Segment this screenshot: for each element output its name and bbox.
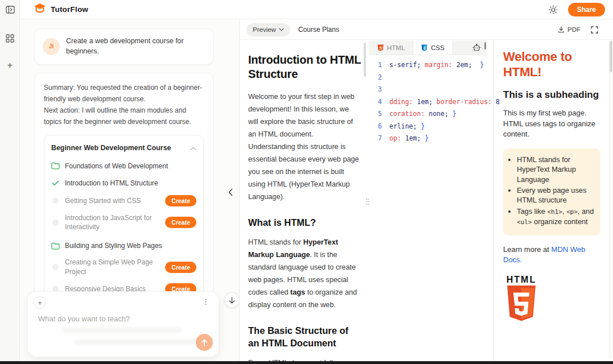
preview-paragraph: This is my first web page. HTML uses tag… xyxy=(503,108,600,139)
lesson-document: Introduction to HTML Structure Welcome t… xyxy=(240,40,368,361)
preview-note-box: HTML stands for HyperText Markup Languag… xyxy=(503,148,600,235)
outline-lesson-row[interactable]: Introduction to JavaScript for Interacti… xyxy=(51,213,196,231)
chat-panel: JI Create a web development course for b… xyxy=(20,20,239,361)
code-line: 5coration: none; } xyxy=(369,108,487,121)
outline-lesson-row[interactable]: Creating a Simple Web Page Project Creat… xyxy=(51,258,196,276)
code-line: 6erline; } xyxy=(369,121,487,133)
window-scrollbar[interactable] xyxy=(609,40,613,358)
tab-css[interactable]: 3 CSS xyxy=(413,40,453,55)
code-line: 1s-serif; margin: 2em; } xyxy=(369,59,487,72)
user-message-text: Create a web development course for begi… xyxy=(66,36,205,57)
next-action-line: Next action: I will outline the main mod… xyxy=(44,105,204,127)
html5-file-icon: 5 xyxy=(377,44,384,51)
summary-line: Summary: You requested the creation of a… xyxy=(44,82,204,105)
html5-logo-word: HTML xyxy=(503,275,540,285)
send-button[interactable] xyxy=(196,334,213,351)
outline-module-row[interactable]: Building and Styling Web Pages xyxy=(51,241,196,251)
tab-html[interactable]: 5 HTML xyxy=(369,40,413,55)
preview-learn-more: Learn more at MDN Web Docs. xyxy=(503,245,600,266)
course-outline-title: Beginner Web Development Course xyxy=(51,144,171,152)
brand: TutorFlow xyxy=(34,3,88,16)
ghost-line xyxy=(62,328,182,333)
code-line: 2 xyxy=(369,72,487,84)
code-line: 3 xyxy=(369,84,487,96)
fullscreen-icon[interactable] xyxy=(589,24,600,36)
lesson-paragraph: HTML stands for HyperText Markup Languag… xyxy=(248,236,361,311)
module-label: Foundations of Web Development xyxy=(65,162,196,171)
download-pdf-button[interactable]: PDF xyxy=(558,26,581,33)
dashboard-icon[interactable] xyxy=(0,28,20,48)
pending-dot-icon xyxy=(51,263,60,271)
chevron-up-icon xyxy=(190,143,196,153)
preview-subheading: This is a subheading xyxy=(503,89,600,101)
lesson-label: Introduction to HTML Structure xyxy=(65,179,196,188)
app-title: TutorFlow xyxy=(51,5,88,14)
icon-rail: + xyxy=(0,0,20,361)
outline-lesson-row[interactable]: Getting Started with CSS Create xyxy=(51,195,196,206)
create-lesson-button[interactable]: Create xyxy=(165,217,196,228)
preview-bullet: Tags like <h1>, <p>, and <ul> organize c… xyxy=(517,206,595,227)
sidebar-toggle-icon[interactable] xyxy=(0,0,20,19)
chevron-down-icon xyxy=(279,28,284,31)
top-bar: TutorFlow Share xyxy=(20,0,613,19)
pending-dot-icon xyxy=(51,218,60,227)
workspace-panes: Introduction to HTML Structure Welcome t… xyxy=(240,40,613,361)
lesson-label: Creating a Simple Web Page Project xyxy=(65,258,160,276)
folder-icon xyxy=(51,242,60,250)
create-lesson-button[interactable]: Create xyxy=(165,262,196,273)
preview-bullet: HTML stands for HyperText Markup Languag… xyxy=(517,155,595,184)
code-line: 7op: 1em; } xyxy=(369,133,487,145)
editor-scrollbar[interactable] xyxy=(484,42,486,49)
prompt-input[interactable] xyxy=(38,315,198,323)
create-lesson-button[interactable]: Create xyxy=(165,195,196,206)
editor-content[interactable]: 1s-serif; margin: 2em; } 2 3 4dding: 1em… xyxy=(369,55,487,145)
theme-toggle-icon[interactable] xyxy=(546,3,560,16)
user-message-card: JI Create a web development course for b… xyxy=(34,28,213,65)
collapse-panel-icon[interactable] xyxy=(227,187,234,199)
share-button[interactable]: Share xyxy=(568,3,605,16)
lesson-paragraph: Every HTML document follows a specific s… xyxy=(248,357,361,361)
view-mode-dropdown[interactable]: Preview xyxy=(246,23,290,36)
lesson-heading: The Basic Structure of an HTML Document xyxy=(248,325,361,349)
lesson-paragraph: Welcome to your first step in web develo… xyxy=(248,90,361,203)
check-icon xyxy=(51,179,60,187)
attach-button[interactable]: + xyxy=(34,296,46,309)
document-scrollbar[interactable] xyxy=(364,43,366,77)
workspace-panel: Preview Course Plans PDF Introduction to… xyxy=(239,20,613,361)
workspace-toolbar: Preview Course Plans PDF xyxy=(240,20,613,40)
rendered-preview: Welcome to HTML! This is a subheading Th… xyxy=(493,40,610,361)
html5-logo: HTML 5 xyxy=(503,275,540,324)
lesson-label: Getting Started with CSS xyxy=(65,196,160,205)
input-menu-icon[interactable]: ⋮ xyxy=(199,296,213,307)
download-icon xyxy=(558,26,565,33)
ai-assistant-icon[interactable] xyxy=(467,40,487,55)
pane-resize-handle[interactable] xyxy=(365,197,369,208)
outline-lesson-row[interactable]: Introduction to HTML Structure xyxy=(51,178,196,188)
module-label: Building and Styling Web Pages xyxy=(65,241,196,250)
css3-file-icon: 3 xyxy=(421,44,427,51)
svg-text:5: 5 xyxy=(380,46,382,49)
preview-heading: Welcome to HTML! xyxy=(503,49,600,80)
course-outline-header[interactable]: Beginner Web Development Course xyxy=(51,143,196,153)
outline-module-row[interactable]: Foundations of Web Development xyxy=(51,161,196,171)
pending-dot-icon xyxy=(51,196,60,205)
svg-text:3: 3 xyxy=(423,46,426,49)
chat-input-card: + ⋮ xyxy=(27,291,219,357)
code-line: 4dding: 1em; border-radius: 8 xyxy=(369,96,487,109)
code-editor: 5 HTML 3 CSS xyxy=(369,40,487,361)
new-session-icon[interactable]: + xyxy=(0,56,20,75)
ghost-line xyxy=(73,340,210,345)
lesson-heading: What is HTML? xyxy=(248,217,361,229)
lesson-title: Introduction to HTML Structure xyxy=(248,53,361,81)
user-avatar: JI xyxy=(43,38,60,55)
folder-icon xyxy=(51,162,60,170)
window-bottom-edge xyxy=(0,361,613,364)
tab-course-plans[interactable]: Course Plans xyxy=(298,26,339,34)
tutorflow-logo-icon xyxy=(34,3,46,16)
lesson-label: Introduction to JavaScript for Interacti… xyxy=(65,213,160,231)
preview-bullet: Every web page uses HTML structure xyxy=(517,185,595,205)
tutorflow-app: + TutorFlow Share JI xyxy=(0,0,613,364)
editor-tab-bar: 5 HTML 3 CSS xyxy=(369,40,487,55)
scroll-to-bottom-button[interactable] xyxy=(224,292,239,308)
